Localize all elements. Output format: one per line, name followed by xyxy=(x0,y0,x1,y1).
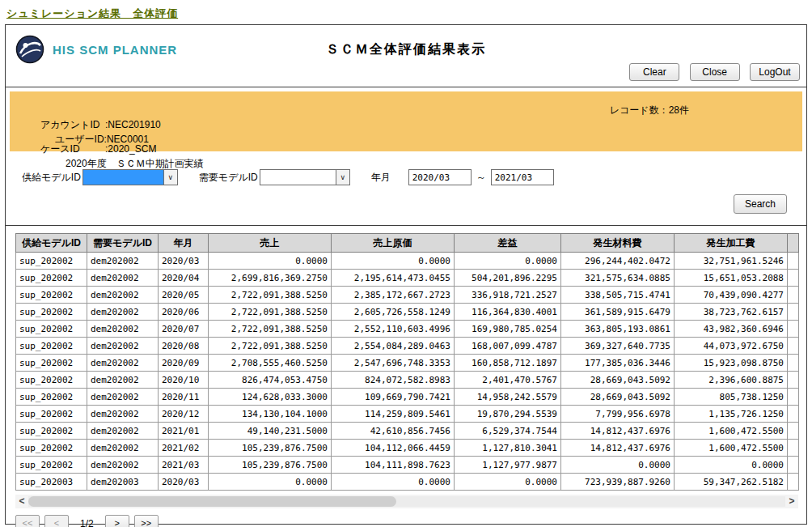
account-info-panel: アカウントID:NEC201910 ユーザーID:NEC0001 レコード数：2… xyxy=(10,91,802,151)
table-cell: 2020/11 xyxy=(159,389,209,406)
table-cell: 0.0000 xyxy=(332,253,455,270)
table-row: sup_202002dem2020022020/082,722,091,388.… xyxy=(16,338,799,355)
table-cell: dem202002 xyxy=(87,423,159,440)
table-cell: 1,135,726.1250 xyxy=(675,406,788,423)
table-cell: dem202002 xyxy=(87,338,159,355)
last-page-button[interactable]: >> xyxy=(134,515,159,527)
table-cell: dem202003 xyxy=(87,474,159,491)
table-cell: 7,799,956.6978 xyxy=(561,406,675,423)
table-row: sup_202002dem2020022021/03105,239,876.75… xyxy=(16,457,799,474)
table-row: sup_202002dem2020022020/062,722,091,388.… xyxy=(16,304,799,321)
table-cell: 169,980,785.0254 xyxy=(455,321,561,338)
table-cell: sup_202002 xyxy=(16,355,87,372)
year-month-to-input[interactable] xyxy=(491,169,554,185)
table-cell: sup_202003 xyxy=(16,474,87,491)
table-cell: 824,072,582.8983 xyxy=(332,372,455,389)
table-cell: 0.0000 xyxy=(561,457,675,474)
demand-model-label: 需要モデルID xyxy=(199,171,258,185)
table-cell: 2020/03 xyxy=(159,253,209,270)
search-button[interactable]: Search xyxy=(734,194,787,214)
table-cell: 19,870,294.5539 xyxy=(455,406,561,423)
column-header: 需要モデルID xyxy=(87,234,159,253)
table-cell: sup_202002 xyxy=(16,457,87,474)
table-cell: dem202002 xyxy=(87,355,159,372)
table-cell: 38,723,762.6157 xyxy=(675,304,788,321)
scroll-right-arrow-icon[interactable]: > xyxy=(785,495,798,508)
year-month-from-input[interactable] xyxy=(408,169,472,185)
pagination: << < 1/2 > >> xyxy=(15,515,806,527)
table-cell-sliver xyxy=(788,270,799,287)
table-row: sup_202002dem2020022020/092,708,555,460.… xyxy=(16,355,799,372)
table-cell: sup_202002 xyxy=(16,270,87,287)
record-count: レコード数：28件 xyxy=(610,103,689,117)
simulation-result-overall-link[interactable]: シュミレーション結果 全体評価 xyxy=(6,6,178,21)
table-cell: 361,589,915.6479 xyxy=(561,304,675,321)
scrollbar-thumb[interactable] xyxy=(28,496,396,507)
table-cell: 805,738.1250 xyxy=(675,389,788,406)
table-cell: sup_202002 xyxy=(16,304,87,321)
table-cell: dem202002 xyxy=(87,321,159,338)
table-cell: 2020/03 xyxy=(159,474,209,491)
table-cell: 134,130,104.1000 xyxy=(209,406,332,423)
demand-model-selected-value xyxy=(260,170,336,185)
table-cell: 14,812,437.6976 xyxy=(561,440,675,457)
chevron-down-icon[interactable]: ∨ xyxy=(163,170,177,185)
next-page-button[interactable]: > xyxy=(105,515,129,527)
table-cell: dem202002 xyxy=(87,440,159,457)
account-id-label: アカウントID xyxy=(40,117,105,132)
table-cell: sup_202002 xyxy=(16,253,87,270)
table-cell-sliver xyxy=(788,389,799,406)
table-cell: dem202002 xyxy=(87,270,159,287)
h-scrollbar[interactable]: < > xyxy=(15,495,798,508)
year-month-label: 年月 xyxy=(371,171,391,185)
results-table-head-row: 供給モデルID需要モデルID年月売上売上原価差益発生材料費発生加工費 xyxy=(16,234,799,253)
table-cell: 15,651,053.2088 xyxy=(675,270,788,287)
table-row: sup_202002dem2020022021/0149,140,231.500… xyxy=(16,423,799,440)
table-cell-sliver xyxy=(788,253,799,270)
table-cell: dem202002 xyxy=(87,304,159,321)
table-cell: 109,669,790.7421 xyxy=(332,389,455,406)
prev-page-button[interactable]: < xyxy=(44,515,69,527)
table-cell: 59,347,262.5182 xyxy=(675,474,788,491)
demand-model-select[interactable]: ∨ xyxy=(260,169,350,185)
column-header: 売上原価 xyxy=(332,234,455,253)
table-cell: 338,505,715.4741 xyxy=(561,287,675,304)
table-cell: 321,575,634.0885 xyxy=(561,270,675,287)
chevron-down-icon[interactable]: ∨ xyxy=(336,170,349,185)
table-cell: 160,858,712.1897 xyxy=(455,355,561,372)
table-cell: 2,722,091,388.5250 xyxy=(209,321,332,338)
results-table: 供給モデルID需要モデルID年月売上売上原価差益発生材料費発生加工費 sup_2… xyxy=(15,233,799,491)
table-row: sup_202002dem2020022020/10826,474,053.47… xyxy=(16,372,799,389)
table-cell: 2,396,600.8875 xyxy=(675,372,788,389)
table-cell-sliver xyxy=(788,440,799,457)
table-cell: 2,708,555,460.5250 xyxy=(209,355,332,372)
table-cell: 177,385,036.3446 xyxy=(561,355,675,372)
table-row: sup_202002dem2020022020/052,722,091,388.… xyxy=(16,287,799,304)
table-cell: 0.0000 xyxy=(332,474,455,491)
clear-button[interactable]: Clear xyxy=(629,63,679,81)
table-cell: 14,812,437.6976 xyxy=(561,423,675,440)
page-indicator: 1/2 xyxy=(80,518,94,527)
table-cell: 2021/01 xyxy=(159,423,209,440)
table-cell: 0.0000 xyxy=(455,474,561,491)
table-cell: 369,327,640.7735 xyxy=(561,338,675,355)
table-cell: 70,439,090.4277 xyxy=(675,287,788,304)
table-cell: 105,239,876.7500 xyxy=(209,457,332,474)
first-page-button[interactable]: << xyxy=(15,515,40,527)
table-cell-sliver xyxy=(788,355,799,372)
table-row: sup_202002dem2020022020/072,722,091,388.… xyxy=(16,321,799,338)
table-cell: 42,610,856.7456 xyxy=(332,423,455,440)
table-cell: dem202002 xyxy=(87,457,159,474)
logout-button[interactable]: LogOut xyxy=(750,63,800,81)
table-cell: 2020/08 xyxy=(159,338,209,355)
table-cell-sliver xyxy=(788,406,799,423)
table-cell: 43,982,360.6946 xyxy=(675,321,788,338)
close-button[interactable]: Close xyxy=(690,63,740,81)
table-cell: 0.0000 xyxy=(455,253,561,270)
scroll-left-arrow-icon[interactable]: < xyxy=(15,495,28,508)
range-tilde: ～ xyxy=(476,171,486,185)
table-cell: 2,554,084,289.0463 xyxy=(332,338,455,355)
table-cell: 49,140,231.5000 xyxy=(209,423,332,440)
scrollbar-track[interactable] xyxy=(28,496,785,507)
supply-model-select[interactable]: ∨ xyxy=(82,169,178,185)
